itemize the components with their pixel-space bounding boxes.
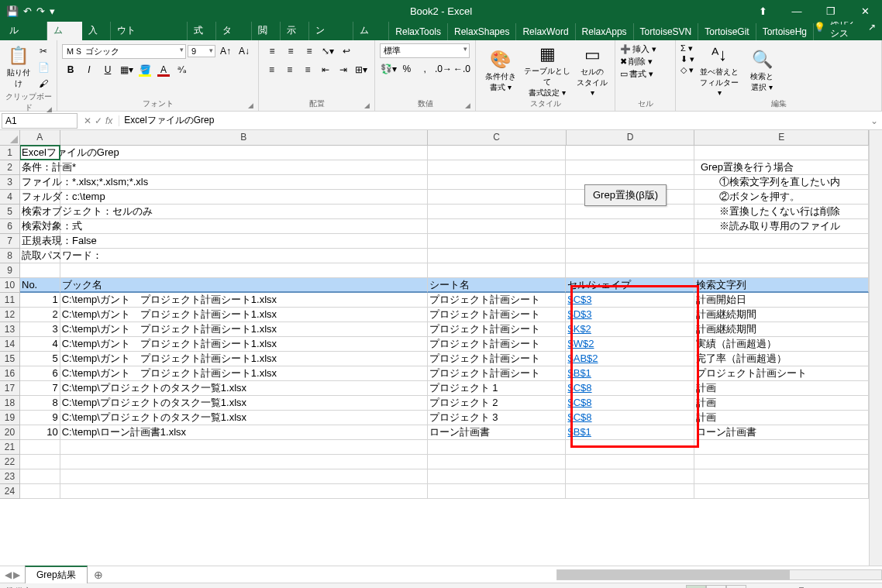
cell[interactable]: ローン計画書: [694, 425, 869, 440]
cell[interactable]: プロジェクト計画シート: [428, 308, 567, 322]
cell[interactable]: 4: [20, 337, 60, 352]
row-header[interactable]: 11: [0, 293, 20, 308]
cell[interactable]: [694, 263, 869, 278]
align-right-button[interactable]: ≡: [299, 62, 315, 77]
fill-button[interactable]: ⬇ ▾: [680, 54, 694, 64]
sheet-nav-next-icon[interactable]: ▶: [13, 569, 20, 580]
cell[interactable]: ローン計画書: [428, 425, 567, 440]
underline-button[interactable]: U: [99, 62, 116, 77]
cell[interactable]: [694, 146, 869, 160]
cell[interactable]: 3: [20, 322, 60, 337]
cell[interactable]: [20, 440, 60, 455]
select-all-button[interactable]: [0, 130, 20, 146]
row-header[interactable]: 8: [0, 249, 20, 263]
cell[interactable]: [60, 249, 428, 263]
font-name-select[interactable]: ＭＳ ゴシック: [62, 44, 186, 59]
cell[interactable]: 検索文字列: [694, 278, 869, 293]
row-header[interactable]: 21: [0, 440, 20, 455]
cell[interactable]: $C$8: [566, 381, 694, 396]
cell[interactable]: 10: [20, 425, 60, 440]
row-header[interactable]: 13: [0, 322, 20, 337]
cell[interactable]: [428, 160, 567, 175]
cell[interactable]: [60, 455, 428, 469]
cell[interactable]: [428, 469, 567, 484]
cell[interactable]: $D$3: [566, 308, 694, 322]
cell[interactable]: [20, 469, 60, 484]
cell[interactable]: C:\temp\ガント プロジェクト計画シート1.xlsx: [60, 322, 428, 337]
dialog-launcher-icon[interactable]: ◢: [364, 101, 370, 109]
row-header[interactable]: 9: [0, 263, 20, 278]
cell[interactable]: [20, 484, 60, 499]
sort-filter-button[interactable]: ᴬ↓並べ替えと フィルター ▾: [698, 43, 741, 98]
cell[interactable]: 計画: [694, 411, 869, 425]
row-header[interactable]: 22: [0, 455, 20, 469]
tab-relaxshapes[interactable]: RelaxShapes: [448, 23, 516, 40]
col-header[interactable]: A: [20, 130, 60, 146]
view-normal-button[interactable]: ▦: [686, 585, 706, 589]
cell[interactable]: [428, 484, 567, 499]
wrap-text-button[interactable]: ↩: [338, 43, 355, 59]
cell[interactable]: 7: [20, 381, 60, 396]
col-header[interactable]: B: [60, 130, 428, 146]
grep-replace-button[interactable]: Grep置換(β版): [584, 184, 667, 206]
cell[interactable]: C:\temp\ガント プロジェクト計画シート1.xlsx: [60, 366, 428, 381]
cell[interactable]: [20, 263, 60, 278]
cell[interactable]: プロジェクト計画シート: [428, 366, 567, 381]
merge-button[interactable]: ⊞▾: [353, 62, 370, 77]
cell[interactable]: [694, 484, 869, 499]
tab-relaxapps[interactable]: RelaxApps: [576, 23, 634, 40]
cell[interactable]: 6: [20, 366, 60, 381]
ruby-button[interactable]: ᵃ⁄ₐ: [174, 62, 191, 77]
vertical-scrollbar[interactable]: [869, 130, 882, 566]
row-header[interactable]: 6: [0, 219, 20, 234]
col-header[interactable]: D: [567, 130, 695, 146]
cell[interactable]: [428, 455, 567, 469]
insert-cells-button[interactable]: ➕ 挿入 ▾: [620, 43, 670, 55]
dialog-launcher-icon[interactable]: ◢: [248, 101, 253, 109]
cell[interactable]: 読取パスワード：: [20, 249, 60, 263]
tab-relaxword[interactable]: RelaxWord: [516, 23, 575, 40]
cell[interactable]: プロジェクト計画シート: [428, 322, 567, 337]
format-painter-button[interactable]: 🖌: [35, 76, 52, 91]
tab-relaxtools[interactable]: RelaxTools: [389, 23, 448, 40]
row-header[interactable]: 3: [0, 175, 20, 190]
cell[interactable]: $K$2: [566, 322, 694, 337]
cell[interactable]: C:\temp\ローン計画書1.xlsx: [60, 425, 428, 440]
cell[interactable]: 計画: [694, 381, 869, 396]
row-header[interactable]: 24: [0, 484, 20, 499]
shrink-font-button[interactable]: A↓: [236, 43, 253, 59]
dec-decimal-button[interactable]: ←.0: [453, 61, 470, 77]
cell[interactable]: $W$2: [566, 337, 694, 352]
cell[interactable]: [60, 190, 428, 205]
cell[interactable]: $C$3: [566, 293, 694, 308]
cell[interactable]: [566, 219, 694, 234]
cell[interactable]: [566, 160, 694, 175]
cell[interactable]: [60, 263, 428, 278]
cell[interactable]: C:\temp\ガント プロジェクト計画シート1.xlsx: [60, 293, 428, 308]
cell[interactable]: [694, 440, 869, 455]
row-header[interactable]: 16: [0, 366, 20, 381]
cell[interactable]: [60, 484, 428, 499]
cell[interactable]: ブック名: [60, 278, 428, 293]
horizontal-scrollbar[interactable]: [109, 569, 882, 580]
copy-button[interactable]: 📄: [35, 60, 52, 75]
cell[interactable]: [428, 249, 567, 263]
font-color-button[interactable]: A: [155, 62, 172, 77]
format-as-table-button[interactable]: ▦テーブルとして 書式設定 ▾: [524, 43, 571, 98]
cell[interactable]: [694, 469, 869, 484]
align-top-button[interactable]: ≡: [264, 43, 281, 59]
align-bottom-button[interactable]: ≡: [301, 43, 318, 59]
view-page-break-button[interactable]: ⊞: [726, 585, 746, 589]
col-header[interactable]: C: [428, 130, 567, 146]
cell[interactable]: ExcelファイルのGrep: [20, 146, 60, 160]
tab-tortoisegit[interactable]: TortoiseGit: [698, 23, 756, 40]
cell[interactable]: 2: [20, 308, 60, 322]
cell[interactable]: プロジェクト 3: [428, 411, 567, 425]
cell[interactable]: [566, 469, 694, 484]
worksheet-grid[interactable]: 123456789101112131415161718192021222324 …: [0, 130, 882, 566]
cell[interactable]: [428, 190, 567, 205]
cell[interactable]: プロジェクト 1: [428, 381, 567, 396]
expand-formula-icon[interactable]: ⌄: [866, 115, 882, 126]
row-header[interactable]: 15: [0, 352, 20, 366]
row-header[interactable]: 2: [0, 160, 20, 175]
